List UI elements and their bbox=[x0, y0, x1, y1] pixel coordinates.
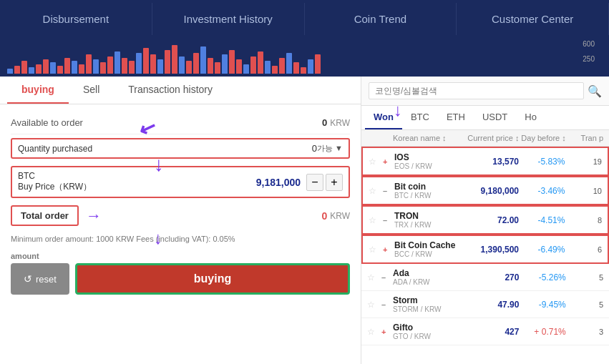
chart-bar bbox=[93, 59, 99, 74]
price-value: 9,181,000 bbox=[111, 177, 301, 188]
chart-bar bbox=[7, 69, 13, 74]
coin-favorite[interactable]: ☆ bbox=[367, 272, 381, 282]
reset-button[interactable]: ↺ reset bbox=[11, 263, 69, 295]
tab-buying[interactable]: buying bbox=[7, 77, 69, 104]
coin-change: -4.51% bbox=[519, 215, 565, 225]
search-button[interactable]: 🔍 bbox=[588, 84, 602, 98]
price-increase-button[interactable]: + bbox=[326, 174, 343, 191]
chart-bar bbox=[165, 50, 170, 74]
coin-row[interactable]: ☆ + Bit Coin Cache BCC / KRW 1,390,500 -… bbox=[361, 235, 609, 264]
total-row: Total order → 0 KRW bbox=[11, 205, 350, 226]
coin-name-cell: TRON TRX / KRW bbox=[394, 211, 464, 229]
coin-price: 9,180,000 bbox=[464, 186, 519, 196]
coin-price: 47.90 bbox=[463, 300, 519, 310]
coin-name-cell: Bit coin BTC / KRW bbox=[394, 182, 464, 200]
chart-bar bbox=[236, 59, 242, 74]
search-input[interactable] bbox=[369, 82, 584, 99]
buying-button[interactable]: buying bbox=[75, 263, 350, 295]
coin-row[interactable]: ☆ – Bit coin BTC / KRW 9,180,000 -3.46% … bbox=[361, 176, 609, 205]
col-header-trans: Tran p bbox=[566, 134, 603, 142]
chart-bar bbox=[14, 66, 20, 74]
coin-trend-indicator: – bbox=[383, 186, 394, 196]
chart-bar bbox=[129, 61, 135, 74]
chart-bar bbox=[286, 53, 292, 74]
coin-name-cell: Bit Coin Cache BCC / KRW bbox=[394, 240, 464, 258]
coin-favorite[interactable]: ☆ bbox=[367, 300, 381, 310]
coin-trans: 3 bbox=[566, 327, 603, 337]
chart-bar bbox=[122, 58, 127, 74]
currency-tab-btc[interactable]: BTC bbox=[402, 106, 438, 129]
chart-bar bbox=[243, 64, 249, 74]
tab-bar: buying Sell Transaction history bbox=[0, 77, 361, 104]
coin-trend-indicator: – bbox=[381, 300, 393, 310]
price-decrease-button[interactable]: − bbox=[306, 174, 323, 191]
coin-favorite[interactable]: ☆ bbox=[369, 186, 383, 196]
coin-name-cell: Storm STORM / KRW bbox=[393, 295, 463, 313]
nav-coin-trend[interactable]: Coin Trend bbox=[305, 3, 457, 35]
chart-bar bbox=[115, 51, 120, 74]
currency-tab-usdt[interactable]: USDT bbox=[474, 106, 516, 129]
coin-favorite[interactable]: ☆ bbox=[369, 245, 383, 255]
coin-trend-indicator: + bbox=[383, 157, 394, 167]
chart-bar bbox=[43, 59, 49, 74]
coin-favorite[interactable]: ☆ bbox=[367, 327, 381, 337]
coin-price: 270 bbox=[463, 272, 519, 282]
coin-name-cell: Ada ADA / KRW bbox=[393, 268, 463, 286]
chart-bar bbox=[208, 58, 213, 74]
coin-trend-indicator: – bbox=[383, 215, 394, 225]
form-area: Available to order 0 KRW ↙ Quantity purc… bbox=[0, 104, 361, 364]
nav-disbursement[interactable]: Disbursement bbox=[0, 3, 152, 35]
coin-trans: 5 bbox=[566, 300, 603, 310]
coin-trans: 19 bbox=[565, 157, 602, 167]
tab-transaction-history[interactable]: Transaction history bbox=[114, 77, 227, 104]
coin-favorite[interactable]: ☆ bbox=[369, 215, 383, 225]
reset-icon: ↺ bbox=[24, 273, 32, 285]
coin-table-header: Korean name ↕ Current price ↕ Day before… bbox=[361, 130, 609, 147]
chart-bar bbox=[36, 64, 42, 74]
nav-investment-history[interactable]: Investment History bbox=[152, 3, 305, 35]
quantity-input[interactable] bbox=[104, 143, 317, 154]
chart-bar bbox=[215, 62, 220, 74]
coin-row[interactable]: ☆ + Gifto GTO / KRW 427 + 0.71% 3 bbox=[361, 318, 609, 345]
chart-scale-low: 250 bbox=[583, 55, 595, 63]
currency-tab-eth[interactable]: ETH bbox=[438, 106, 474, 129]
coin-price: 13,570 bbox=[464, 157, 519, 167]
quantity-label: Quantity purchased bbox=[18, 144, 104, 154]
coin-trans: 5 bbox=[566, 272, 603, 282]
left-panel: buying Sell Transaction history Availabl… bbox=[0, 77, 361, 364]
chart-bar bbox=[308, 59, 313, 74]
chart-bar bbox=[72, 61, 77, 74]
col-header-name: Korean name ↕ bbox=[393, 134, 463, 142]
top-navigation: Disbursement Investment History Coin Tre… bbox=[0, 0, 609, 37]
coin-change: + 0.71% bbox=[519, 327, 565, 337]
coin-trans: 6 bbox=[565, 245, 602, 255]
chart-bar bbox=[315, 54, 321, 74]
chart-bar bbox=[136, 53, 142, 74]
coin-row[interactable]: ☆ + IOS EOS / KRW 13,570 -5.83% 19 bbox=[361, 147, 609, 176]
coin-name-cell: Gifto GTO / KRW bbox=[393, 323, 463, 340]
nav-customer-center[interactable]: Customer Center bbox=[457, 3, 609, 35]
available-value: 0 bbox=[322, 117, 327, 128]
coin-trend-indicator: – bbox=[381, 272, 393, 282]
chart-bar bbox=[172, 45, 177, 74]
chart-bar bbox=[265, 61, 271, 74]
currency-tab-ho[interactable]: Ho bbox=[516, 106, 545, 129]
chart-bar bbox=[21, 61, 27, 74]
coin-row[interactable]: ☆ – Ada ADA / KRW 270 -5.26% 5 bbox=[361, 264, 609, 291]
coin-name-cell: IOS EOS / KRW bbox=[394, 152, 464, 170]
price-controls: − + bbox=[306, 174, 343, 191]
coin-row[interactable]: ☆ – Storm STORM / KRW 47.90 -9.45% 5 bbox=[361, 291, 609, 318]
coin-favorite[interactable]: ☆ bbox=[369, 157, 383, 167]
coin-change: -5.83% bbox=[519, 157, 565, 167]
total-currency: KRW bbox=[330, 211, 350, 221]
chart-bars bbox=[7, 45, 602, 74]
coin-price: 427 bbox=[463, 327, 519, 337]
right-panel: 🔍 ↓ WonBTCETHUSDTHo Korean name ↕ Curren… bbox=[361, 77, 609, 364]
quantity-dropdown-btn[interactable]: 가능 ▼ bbox=[317, 143, 343, 154]
chart-bar bbox=[79, 64, 84, 74]
coin-row[interactable]: ☆ – TRON TRX / KRW 72.00 -4.51% 8 bbox=[361, 205, 609, 235]
chart-scale-high: 600 bbox=[583, 40, 595, 48]
total-value: 0 bbox=[109, 210, 327, 222]
price-row: BTCBuy Price（KRW） 9,181,000 − + bbox=[11, 166, 350, 198]
tab-sell[interactable]: Sell bbox=[69, 77, 114, 104]
